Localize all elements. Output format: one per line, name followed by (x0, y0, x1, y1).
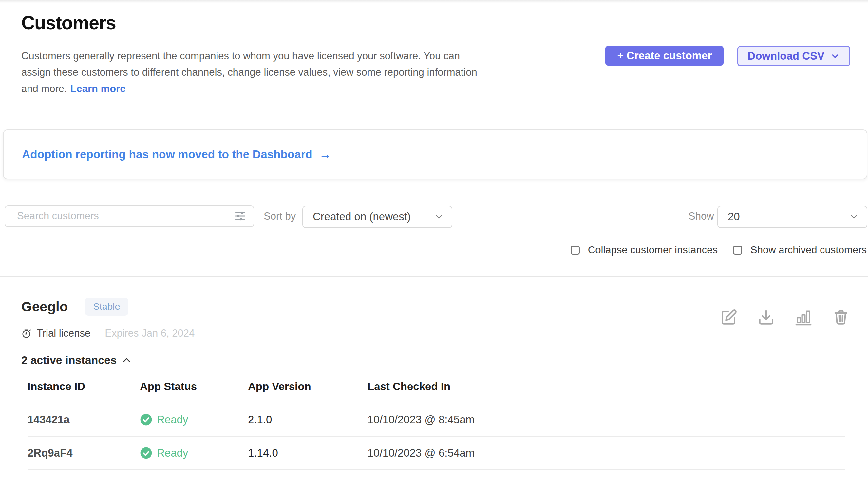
collapse-instances-label: Collapse customer instances (588, 244, 718, 256)
collapse-instances-option[interactable]: Collapse customer instances (571, 244, 718, 256)
customer-actions (720, 309, 849, 326)
show-selected-value: 20 (728, 211, 740, 223)
search-input[interactable] (17, 210, 234, 222)
table-row: 143421a Ready 2.1.0 10/10/2023 @ 8:45am (28, 403, 845, 437)
learn-more-link[interactable]: Learn more (70, 83, 126, 95)
chevron-down-icon (434, 212, 444, 222)
sort-selected-value: Created on (newest) (313, 211, 411, 223)
table-row: 2Rq9aF4 Ready 1.14.0 10/10/2023 @ 6:54am (28, 437, 845, 470)
instances-table: Instance ID App Status App Version Last … (28, 380, 845, 470)
app-version: 2.1.0 (248, 413, 368, 426)
app-status-label: Ready (157, 413, 188, 426)
description-line-text: and more. (21, 83, 67, 95)
channel-badge: Stable (85, 298, 128, 316)
create-customer-button[interactable]: + Create customer (605, 46, 723, 66)
column-header: Last Checked In (368, 380, 845, 393)
adoption-reporting-banner[interactable]: Adoption reporting has now moved to the … (3, 129, 867, 179)
chevron-down-icon (830, 51, 840, 61)
description-line: and more.Learn more (21, 81, 477, 97)
show-per-page-select[interactable]: 20 (717, 205, 867, 228)
description-line: assign these customers to different chan… (21, 64, 477, 81)
check-circle-icon (140, 447, 152, 459)
download-csv-button[interactable]: Download CSV (737, 46, 850, 66)
show-label: Show (689, 205, 714, 228)
search-box (4, 205, 254, 227)
customer-card: Geeglo Stable (0, 295, 868, 470)
banner-link[interactable]: Adoption reporting has now moved to the … (22, 147, 332, 161)
collapse-instances-checkbox[interactable] (571, 245, 580, 255)
instances-summary: 2 active instances (21, 354, 117, 367)
app-status-label: Ready (157, 447, 188, 459)
license-info: Trial license Expires Jan 6, 2024 (21, 327, 868, 339)
app-status: Ready (140, 413, 248, 426)
show-archived-label: Show archived customers (750, 244, 867, 256)
page-title: Customers (21, 12, 116, 33)
show-archived-checkbox[interactable] (733, 245, 742, 255)
sort-select[interactable]: Created on (newest) (302, 205, 452, 228)
app-status: Ready (140, 447, 248, 459)
customers-page: Customers Customers generally represent … (0, 0, 868, 497)
arrow-right-icon: → (319, 147, 332, 161)
instance-id: 2Rq9aF4 (28, 447, 140, 459)
description-line: Customers generally represent the compan… (21, 48, 477, 64)
top-edge-strip (0, 0, 868, 3)
download-icon[interactable] (757, 309, 775, 326)
table-header-row: Instance ID App Status App Version Last … (28, 380, 845, 403)
column-header: Instance ID (28, 380, 140, 393)
instance-id: 143421a (28, 413, 140, 426)
instances-toggle[interactable]: 2 active instances (21, 354, 868, 367)
chevron-down-icon (849, 212, 859, 222)
bar-chart-icon[interactable] (795, 309, 812, 326)
app-version: 1.14.0 (248, 447, 368, 459)
license-type: Trial license (37, 327, 90, 339)
show-archived-option[interactable]: Show archived customers (733, 244, 867, 256)
download-csv-label: Download CSV (748, 50, 824, 62)
column-header: App Status (140, 380, 248, 393)
bottom-divider (0, 489, 868, 489)
last-checked-in: 10/10/2023 @ 6:54am (368, 447, 845, 459)
column-header: App Version (248, 380, 368, 393)
last-checked-in: 10/10/2023 @ 8:45am (368, 413, 845, 426)
sort-by-label: Sort by (264, 205, 296, 228)
edit-icon[interactable] (720, 309, 737, 326)
filter-sliders-icon[interactable] (234, 210, 246, 222)
list-options: Collapse customer instances Show archive… (571, 244, 867, 256)
license-expiration: Expires Jan 6, 2024 (105, 327, 194, 339)
check-circle-icon (140, 413, 152, 426)
stopwatch-icon (21, 328, 32, 339)
page-description: Customers generally represent the compan… (21, 48, 477, 97)
banner-text: Adoption reporting has now moved to the … (22, 148, 312, 161)
section-divider (0, 276, 868, 277)
trash-icon[interactable] (832, 309, 849, 326)
chevron-up-icon (122, 356, 131, 365)
customer-name[interactable]: Geeglo (21, 299, 68, 315)
header-actions: + Create customer Download CSV (605, 46, 850, 66)
